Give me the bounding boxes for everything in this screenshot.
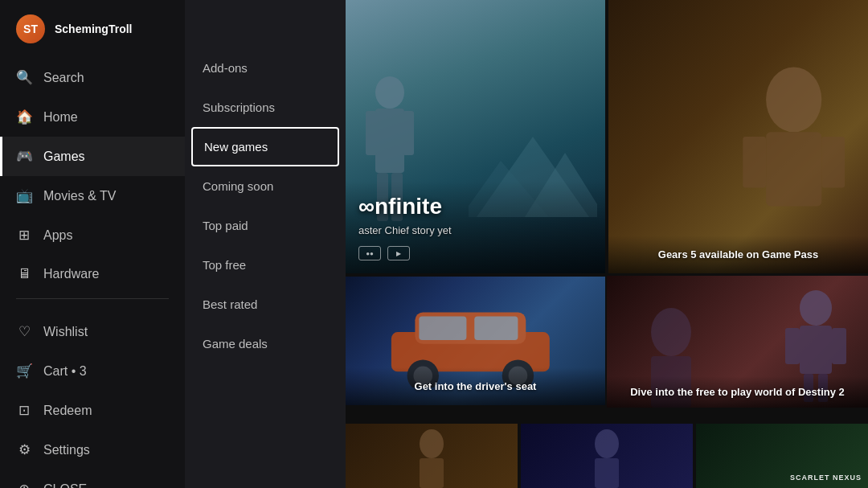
home-icon: 🏠 [16,109,32,125]
search-icon: 🔍 [16,69,32,86]
bottom-thumbnails: SCARLET NEXUS [346,424,868,488]
apps-icon: ⊞ [16,227,32,244]
close-icon: ⊕ [16,481,32,488]
destiny-overlay: Dive into the free to play world of Dest… [607,376,868,408]
sidebar-item-home[interactable]: 🏠 Home [0,97,185,137]
sidebar-label-settings: Settings [43,443,90,457]
forza-title: Get into the driver's seat [358,380,592,392]
sidebar-item-close[interactable]: ⊕ CLOSE [0,470,185,488]
svg-rect-6 [403,111,414,155]
game-card-forza[interactable]: Get into the driver's seat [346,277,605,405]
sidebar-label-apps: Apps [43,228,72,243]
svg-rect-36 [420,458,444,488]
sidebar-item-redeem[interactable]: ⊡ Redeem [0,391,185,430]
game-card-destiny[interactable]: Dive into the free to play world of Dest… [607,276,868,408]
sidebar-label-search: Search [43,71,84,85]
sidebar-item-settings[interactable]: ⚙ Settings [0,430,185,470]
game-card-halo[interactable]: ∞nfinite aster Chief story yet ●● ▶ [346,0,605,273]
wishlist-icon: ♡ [16,323,32,340]
settings-icon: ⚙ [16,441,32,458]
submenu-item-best-rated[interactable]: Best rated [185,285,346,324]
svg-rect-38 [595,458,619,488]
halo-subtitle: aster Chief story yet [358,224,592,236]
svg-point-35 [420,429,444,458]
sidebar-nav: 🔍 Search 🏠 Home 🎮 Games 📺 Movies & TV ⊞ … [0,58,185,488]
svg-point-33 [651,308,691,356]
halo-icon-dots: ●● [358,246,381,260]
thumb1-decoration [346,424,518,488]
main-content: ∞nfinite aster Chief story yet ●● ▶ Gear… [346,0,868,488]
gears-figure-decoration [608,0,868,273]
submenu-item-coming-soon[interactable]: Coming soon [185,166,346,206]
submenu-item-top-paid[interactable]: Top paid [185,206,346,245]
sidebar-item-apps[interactable]: ⊞ Apps [0,215,185,255]
destiny-title: Dive into the free to play world of Dest… [616,386,858,398]
halo-title: ∞nfinite [358,194,592,219]
sidebar-label-hardware: Hardware [43,267,99,281]
svg-rect-5 [366,111,377,155]
games-icon: 🎮 [16,148,32,165]
sidebar-item-games[interactable]: 🎮 Games [0,137,185,176]
avatar: ST [16,14,45,43]
submenu-item-game-deals[interactable]: Game deals [185,324,346,363]
svg-rect-10 [766,132,821,206]
movies-icon: 📺 [16,187,32,204]
svg-rect-12 [821,137,845,187]
halo-icon-play: ▶ [387,246,410,260]
svg-rect-30 [832,328,846,364]
svg-rect-11 [743,137,766,187]
svg-rect-28 [800,326,832,374]
svg-point-3 [375,76,404,109]
gears-title: Gears 5 available on Game Pass [621,248,855,260]
hardware-icon: 🖥 [16,266,32,282]
halo-card-overlay: ∞nfinite aster Chief story yet ●● ▶ [346,181,605,273]
submenu: Add-ons Subscriptions New games Coming s… [185,0,346,488]
sidebar-bottom: ♡ Wishlist 🛒 Cart • 3 ⊡ Redeem ⚙ Setting… [0,304,185,488]
sidebar-label-home: Home [43,110,78,125]
submenu-item-subscriptions[interactable]: Subscriptions [185,88,346,127]
forza-overlay: Get into the driver's seat [346,367,605,405]
sidebar-item-movies-tv[interactable]: 📺 Movies & TV [0,176,185,215]
sidebar-item-wishlist[interactable]: ♡ Wishlist [0,312,185,351]
svg-rect-29 [785,328,800,364]
thumb2-decoration [521,424,693,488]
svg-point-27 [800,290,832,326]
halo-icons: ●● ▶ [358,246,592,260]
sidebar-item-search[interactable]: 🔍 Search [0,58,185,97]
sidebar-label-wishlist: Wishlist [43,325,88,339]
nav-divider [16,298,169,299]
svg-rect-19 [419,316,466,340]
game-grid: ∞nfinite aster Chief story yet ●● ▶ Gear… [346,0,868,488]
svg-point-9 [766,67,821,132]
submenu-item-new-games[interactable]: New games [191,127,339,166]
sidebar-label-games: Games [43,150,85,164]
thumb-card-2[interactable] [521,424,693,488]
submenu-item-top-free[interactable]: Top free [185,245,346,285]
gears-overlay: Gears 5 available on Game Pass [608,236,868,273]
sidebar-item-hardware[interactable]: 🖥 Hardware [0,255,185,293]
svg-point-37 [595,429,619,458]
thumb-card-1[interactable] [346,424,518,488]
sidebar-item-cart[interactable]: 🛒 Cart • 3 [0,351,185,391]
game-card-gears5[interactable]: Gears 5 available on Game Pass [608,0,868,273]
username: SchemingTroll [55,23,132,35]
scarlet-nexus-label: SCARLET NEXUS [790,474,862,482]
cart-icon: 🛒 [16,363,32,379]
sidebar-label-redeem: Redeem [43,404,92,418]
svg-rect-20 [474,316,518,340]
sidebar-label-close: CLOSE [43,482,87,489]
user-profile[interactable]: ST SchemingTroll [0,0,185,58]
sidebar: ST SchemingTroll 🔍 Search 🏠 Home 🎮 Games… [0,0,185,488]
redeem-icon: ⊡ [16,402,32,419]
submenu-item-addons[interactable]: Add-ons [185,48,346,88]
thumb-card-3[interactable]: SCARLET NEXUS [696,424,868,488]
svg-rect-4 [375,109,404,173]
sidebar-label-movies: Movies & TV [43,189,116,203]
sidebar-label-cart: Cart • 3 [43,364,87,379]
